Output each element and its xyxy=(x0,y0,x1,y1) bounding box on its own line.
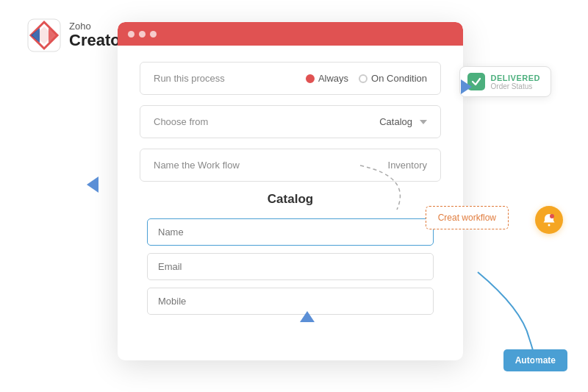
workflow-name-label: Name the Work flow xyxy=(154,160,240,171)
checkmark-icon xyxy=(471,76,481,87)
mobile-input[interactable] xyxy=(147,288,434,315)
radio-condition-label: On Condition xyxy=(371,73,427,84)
radio-empty-icon xyxy=(359,74,368,83)
logo: Zoho Creator xyxy=(26,18,126,53)
notification-bell[interactable] xyxy=(535,206,563,234)
browser-dot-3 xyxy=(150,31,157,38)
delivered-subtitle: Order Status xyxy=(491,82,540,90)
browser-window: Run this process Always On Condition Cho… xyxy=(118,22,463,360)
browser-titlebar xyxy=(118,22,463,46)
radio-filled-icon xyxy=(306,74,315,83)
workflow-name-value: Inventory xyxy=(388,160,427,171)
browser-dot-2 xyxy=(139,31,146,38)
radio-always-label: Always xyxy=(318,73,348,84)
delivered-text: DELIVERED Order Status xyxy=(491,74,540,90)
triangle-left-icon xyxy=(87,177,98,193)
email-input[interactable] xyxy=(147,253,434,280)
delivered-title: DELIVERED xyxy=(491,74,540,82)
create-workflow-button[interactable]: Creat workflow xyxy=(426,206,509,229)
workflow-name-row: Name the Work flow Inventory xyxy=(140,149,441,182)
run-process-row: Run this process Always On Condition xyxy=(140,62,441,95)
catalog-title: Catalog xyxy=(147,192,434,207)
automate-button[interactable]: Automate xyxy=(503,349,567,371)
triangle-up-bottom-icon xyxy=(300,311,315,322)
svg-point-6 xyxy=(550,214,554,218)
choose-from-row: Choose from Catalog xyxy=(140,105,441,138)
choose-from-value-text: Catalog xyxy=(379,116,412,127)
radio-on-condition[interactable]: On Condition xyxy=(359,73,427,84)
zoho-logo-icon xyxy=(26,18,62,53)
radio-group: Always On Condition xyxy=(306,73,427,84)
choose-from-value[interactable]: Catalog xyxy=(379,116,427,127)
bell-icon xyxy=(542,213,556,227)
radio-always[interactable]: Always xyxy=(306,73,348,84)
choose-from-label: Choose from xyxy=(154,116,208,127)
svg-point-5 xyxy=(548,224,551,227)
delivered-badge: DELIVERED Order Status xyxy=(459,66,551,97)
browser-dot-1 xyxy=(128,31,135,38)
chevron-down-icon xyxy=(420,120,427,124)
triangle-right-top-icon xyxy=(461,79,472,94)
run-process-label: Run this process xyxy=(154,73,225,84)
catalog-section: Catalog xyxy=(140,192,441,322)
name-input[interactable] xyxy=(147,218,434,246)
browser-content: Run this process Always On Condition Cho… xyxy=(118,46,463,338)
